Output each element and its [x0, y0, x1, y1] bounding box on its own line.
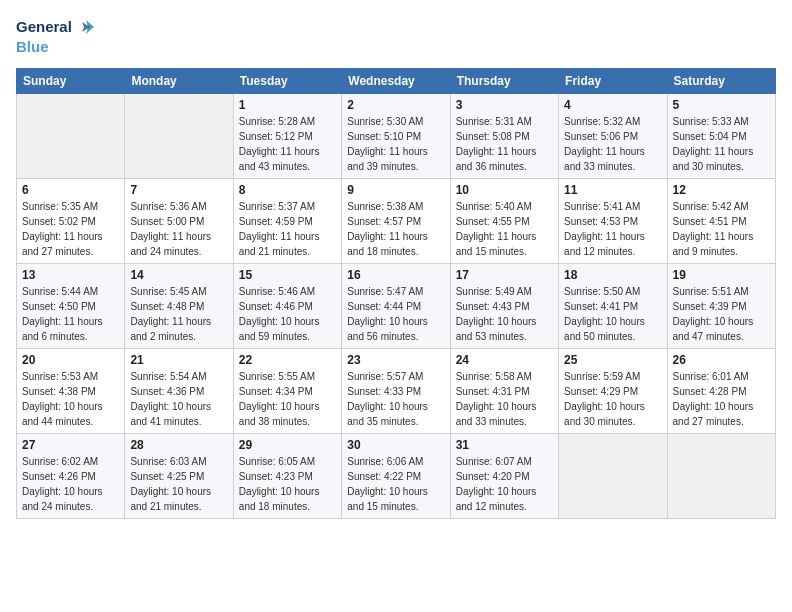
calendar-cell: 4Sunrise: 5:32 AMSunset: 5:06 PMDaylight… — [559, 94, 667, 179]
logo-container: General Blue — [16, 16, 96, 56]
day-detail: Sunrise: 5:58 AMSunset: 4:31 PMDaylight:… — [456, 369, 553, 429]
calendar-cell: 16Sunrise: 5:47 AMSunset: 4:44 PMDayligh… — [342, 264, 450, 349]
day-detail: Sunrise: 5:33 AMSunset: 5:04 PMDaylight:… — [673, 114, 770, 174]
day-detail: Sunrise: 5:44 AMSunset: 4:50 PMDaylight:… — [22, 284, 119, 344]
calendar-cell: 22Sunrise: 5:55 AMSunset: 4:34 PMDayligh… — [233, 349, 341, 434]
day-number: 2 — [347, 98, 444, 112]
calendar-cell: 3Sunrise: 5:31 AMSunset: 5:08 PMDaylight… — [450, 94, 558, 179]
calendar-cell: 12Sunrise: 5:42 AMSunset: 4:51 PMDayligh… — [667, 179, 775, 264]
day-number: 16 — [347, 268, 444, 282]
header-sunday: Sunday — [17, 69, 125, 94]
day-detail: Sunrise: 5:55 AMSunset: 4:34 PMDaylight:… — [239, 369, 336, 429]
calendar-cell: 20Sunrise: 5:53 AMSunset: 4:38 PMDayligh… — [17, 349, 125, 434]
day-number: 28 — [130, 438, 227, 452]
day-detail: Sunrise: 6:02 AMSunset: 4:26 PMDaylight:… — [22, 454, 119, 514]
day-detail: Sunrise: 5:59 AMSunset: 4:29 PMDaylight:… — [564, 369, 661, 429]
day-detail: Sunrise: 6:06 AMSunset: 4:22 PMDaylight:… — [347, 454, 444, 514]
header-thursday: Thursday — [450, 69, 558, 94]
day-number: 10 — [456, 183, 553, 197]
page-header: General Blue — [16, 16, 776, 56]
day-number: 12 — [673, 183, 770, 197]
calendar-cell: 15Sunrise: 5:46 AMSunset: 4:46 PMDayligh… — [233, 264, 341, 349]
day-detail: Sunrise: 5:31 AMSunset: 5:08 PMDaylight:… — [456, 114, 553, 174]
day-number: 9 — [347, 183, 444, 197]
header-monday: Monday — [125, 69, 233, 94]
calendar-cell: 14Sunrise: 5:45 AMSunset: 4:48 PMDayligh… — [125, 264, 233, 349]
day-number: 3 — [456, 98, 553, 112]
calendar-week-row: 6Sunrise: 5:35 AMSunset: 5:02 PMDaylight… — [17, 179, 776, 264]
day-detail: Sunrise: 6:05 AMSunset: 4:23 PMDaylight:… — [239, 454, 336, 514]
day-detail: Sunrise: 5:49 AMSunset: 4:43 PMDaylight:… — [456, 284, 553, 344]
day-number: 1 — [239, 98, 336, 112]
day-detail: Sunrise: 5:32 AMSunset: 5:06 PMDaylight:… — [564, 114, 661, 174]
header-friday: Friday — [559, 69, 667, 94]
logo-text-general: General — [16, 18, 72, 36]
day-number: 24 — [456, 353, 553, 367]
day-detail: Sunrise: 5:35 AMSunset: 5:02 PMDaylight:… — [22, 199, 119, 259]
day-detail: Sunrise: 5:50 AMSunset: 4:41 PMDaylight:… — [564, 284, 661, 344]
calendar-cell: 21Sunrise: 5:54 AMSunset: 4:36 PMDayligh… — [125, 349, 233, 434]
day-number: 23 — [347, 353, 444, 367]
calendar-cell: 6Sunrise: 5:35 AMSunset: 5:02 PMDaylight… — [17, 179, 125, 264]
day-number: 19 — [673, 268, 770, 282]
day-number: 21 — [130, 353, 227, 367]
calendar-cell: 2Sunrise: 5:30 AMSunset: 5:10 PMDaylight… — [342, 94, 450, 179]
calendar-cell — [125, 94, 233, 179]
day-number: 22 — [239, 353, 336, 367]
day-detail: Sunrise: 5:40 AMSunset: 4:55 PMDaylight:… — [456, 199, 553, 259]
day-number: 20 — [22, 353, 119, 367]
calendar-week-row: 13Sunrise: 5:44 AMSunset: 4:50 PMDayligh… — [17, 264, 776, 349]
calendar-cell: 25Sunrise: 5:59 AMSunset: 4:29 PMDayligh… — [559, 349, 667, 434]
calendar-cell: 7Sunrise: 5:36 AMSunset: 5:00 PMDaylight… — [125, 179, 233, 264]
day-detail: Sunrise: 6:01 AMSunset: 4:28 PMDaylight:… — [673, 369, 770, 429]
calendar-cell: 19Sunrise: 5:51 AMSunset: 4:39 PMDayligh… — [667, 264, 775, 349]
day-number: 14 — [130, 268, 227, 282]
calendar-table: SundayMondayTuesdayWednesdayThursdayFrid… — [16, 68, 776, 519]
day-number: 4 — [564, 98, 661, 112]
day-detail: Sunrise: 5:45 AMSunset: 4:48 PMDaylight:… — [130, 284, 227, 344]
header-wednesday: Wednesday — [342, 69, 450, 94]
day-number: 27 — [22, 438, 119, 452]
day-detail: Sunrise: 5:37 AMSunset: 4:59 PMDaylight:… — [239, 199, 336, 259]
calendar-cell: 29Sunrise: 6:05 AMSunset: 4:23 PMDayligh… — [233, 434, 341, 519]
calendar-cell — [17, 94, 125, 179]
calendar-cell: 8Sunrise: 5:37 AMSunset: 4:59 PMDaylight… — [233, 179, 341, 264]
day-detail: Sunrise: 5:46 AMSunset: 4:46 PMDaylight:… — [239, 284, 336, 344]
day-detail: Sunrise: 5:54 AMSunset: 4:36 PMDaylight:… — [130, 369, 227, 429]
calendar-cell: 10Sunrise: 5:40 AMSunset: 4:55 PMDayligh… — [450, 179, 558, 264]
day-number: 13 — [22, 268, 119, 282]
day-detail: Sunrise: 5:53 AMSunset: 4:38 PMDaylight:… — [22, 369, 119, 429]
calendar-cell — [667, 434, 775, 519]
logo: General Blue — [16, 16, 96, 56]
day-number: 17 — [456, 268, 553, 282]
day-detail: Sunrise: 5:30 AMSunset: 5:10 PMDaylight:… — [347, 114, 444, 174]
day-detail: Sunrise: 6:03 AMSunset: 4:25 PMDaylight:… — [130, 454, 227, 514]
calendar-cell: 28Sunrise: 6:03 AMSunset: 4:25 PMDayligh… — [125, 434, 233, 519]
day-number: 6 — [22, 183, 119, 197]
day-detail: Sunrise: 5:36 AMSunset: 5:00 PMDaylight:… — [130, 199, 227, 259]
calendar-cell: 5Sunrise: 5:33 AMSunset: 5:04 PMDaylight… — [667, 94, 775, 179]
day-number: 15 — [239, 268, 336, 282]
calendar-header-row: SundayMondayTuesdayWednesdayThursdayFrid… — [17, 69, 776, 94]
day-number: 30 — [347, 438, 444, 452]
calendar-cell: 17Sunrise: 5:49 AMSunset: 4:43 PMDayligh… — [450, 264, 558, 349]
day-detail: Sunrise: 6:07 AMSunset: 4:20 PMDaylight:… — [456, 454, 553, 514]
calendar-cell: 26Sunrise: 6:01 AMSunset: 4:28 PMDayligh… — [667, 349, 775, 434]
calendar-cell: 24Sunrise: 5:58 AMSunset: 4:31 PMDayligh… — [450, 349, 558, 434]
day-detail: Sunrise: 5:41 AMSunset: 4:53 PMDaylight:… — [564, 199, 661, 259]
calendar-week-row: 20Sunrise: 5:53 AMSunset: 4:38 PMDayligh… — [17, 349, 776, 434]
calendar-cell — [559, 434, 667, 519]
calendar-week-row: 27Sunrise: 6:02 AMSunset: 4:26 PMDayligh… — [17, 434, 776, 519]
calendar-cell: 11Sunrise: 5:41 AMSunset: 4:53 PMDayligh… — [559, 179, 667, 264]
calendar-cell: 18Sunrise: 5:50 AMSunset: 4:41 PMDayligh… — [559, 264, 667, 349]
day-detail: Sunrise: 5:57 AMSunset: 4:33 PMDaylight:… — [347, 369, 444, 429]
day-detail: Sunrise: 5:38 AMSunset: 4:57 PMDaylight:… — [347, 199, 444, 259]
calendar-cell: 13Sunrise: 5:44 AMSunset: 4:50 PMDayligh… — [17, 264, 125, 349]
logo-text-blue: Blue — [16, 38, 49, 56]
calendar-cell: 30Sunrise: 6:06 AMSunset: 4:22 PMDayligh… — [342, 434, 450, 519]
day-detail: Sunrise: 5:47 AMSunset: 4:44 PMDaylight:… — [347, 284, 444, 344]
day-detail: Sunrise: 5:51 AMSunset: 4:39 PMDaylight:… — [673, 284, 770, 344]
calendar-cell: 23Sunrise: 5:57 AMSunset: 4:33 PMDayligh… — [342, 349, 450, 434]
day-number: 11 — [564, 183, 661, 197]
day-number: 26 — [673, 353, 770, 367]
